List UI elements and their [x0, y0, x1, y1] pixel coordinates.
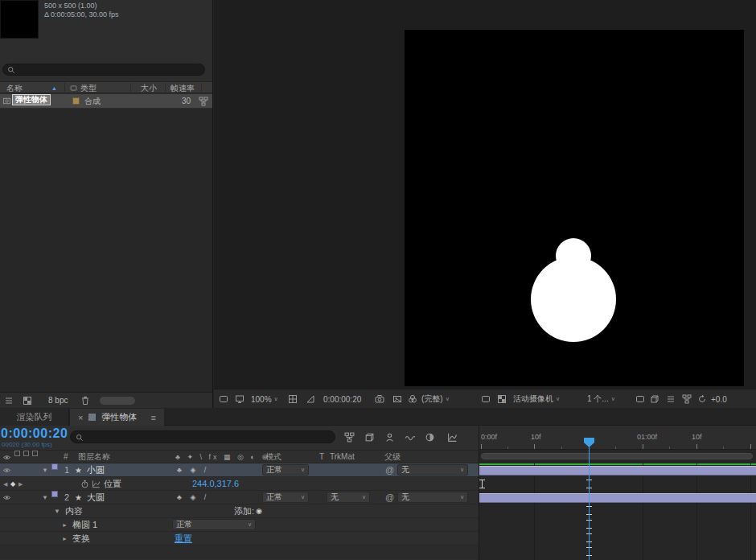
column-trkmat[interactable]: TrkMat [330, 451, 355, 463]
panel-menu-icon[interactable]: ≡ [150, 413, 155, 422]
next-keyframe-icon[interactable]: ▶ [18, 477, 23, 491]
reset-link[interactable]: 重置 [175, 532, 192, 546]
twirl-open-icon[interactable]: ▼ [42, 463, 48, 477]
column-layer-name[interactable]: 图层名称 [78, 451, 110, 463]
exposure-value[interactable]: +0.0 [711, 389, 727, 409]
thumbnail-view-icon[interactable] [23, 396, 32, 406]
graph-editor-icon[interactable] [447, 432, 458, 443]
layer-name[interactable]: 大圆 [87, 491, 105, 504]
monitor-icon[interactable] [235, 394, 244, 404]
layer-name[interactable]: 小圆 [87, 463, 105, 477]
grid-guides-icon[interactable] [288, 394, 298, 404]
pickwhip-icon[interactable]: @ [385, 463, 394, 477]
keyframe-toggle-icon[interactable]: ◆ [10, 477, 15, 491]
time-ruler[interactable]: 0:00f 10f 01:00f 10f [479, 426, 756, 450]
twirl-closed-icon[interactable]: ► [62, 518, 68, 532]
layer-bar-1[interactable] [479, 466, 756, 476]
eye-icon[interactable] [2, 466, 11, 475]
solo-icon[interactable] [23, 451, 29, 456]
layer-bar-2[interactable] [479, 493, 756, 503]
column-parent[interactable]: 父级 [384, 451, 401, 463]
audio-icon[interactable] [14, 451, 20, 456]
layer-color-swatch[interactable] [51, 463, 58, 470]
group-row-contents[interactable]: ▼ 内容 添加: ◉ [0, 504, 479, 518]
camera-view-dropdown[interactable]: 活动摄像机∨ [513, 389, 560, 409]
view-layout-dropdown[interactable]: 1 个...∨ [587, 389, 615, 409]
transparency-grid-icon[interactable] [497, 394, 507, 404]
project-search-input[interactable] [2, 64, 205, 76]
column-t[interactable]: T [319, 451, 324, 463]
layer-row-1[interactable]: ▼ 1 ★ 小圆 ♣ ◈ / 正常∨ @ 无∨ [0, 463, 479, 477]
list-view-icon[interactable] [4, 396, 14, 406]
layer-switches[interactable]: ♣ ◈ / [177, 491, 209, 504]
draft-3d-icon[interactable] [364, 432, 375, 443]
flowchart-icon[interactable] [682, 394, 692, 404]
channel-icon[interactable] [408, 394, 417, 404]
project-item-row[interactable]: 弹性物体 合成 30 [0, 94, 212, 108]
prev-keyframe-icon[interactable]: ◀ [3, 477, 7, 491]
work-area-bar[interactable] [481, 453, 753, 459]
group-row-transform[interactable]: ► 变换 重置 [0, 532, 479, 546]
frame-blend-icon[interactable] [405, 432, 415, 443]
layer-row-2[interactable]: ▼ 2 ★ 大圆 ♣ ◈ / 正常∨ 无∨ @ 无∨ [0, 491, 479, 504]
viewer-lock-icon[interactable] [219, 394, 228, 404]
comp-mini-flowchart-icon[interactable] [344, 432, 355, 443]
fast-previews-icon[interactable] [650, 394, 659, 404]
blend-mode-dropdown[interactable]: 正常∨ [262, 464, 309, 476]
project-list-empty-area[interactable] [0, 109, 212, 392]
twirl-open-icon[interactable]: ▼ [42, 491, 48, 504]
eye-icon[interactable] [2, 493, 11, 502]
parent-dropdown[interactable]: 无∨ [397, 492, 468, 503]
add-button-icon[interactable]: ◉ [256, 504, 262, 518]
composition-canvas[interactable] [405, 30, 744, 386]
column-rate[interactable]: 帧速率 [171, 82, 195, 94]
graph-icon[interactable] [92, 480, 101, 488]
label-color-swatch[interactable] [72, 97, 80, 105]
blend-mode-dropdown[interactable]: 正常∨ [262, 492, 309, 503]
shy-layers-icon[interactable] [384, 432, 395, 443]
group-label[interactable]: 变换 [72, 532, 90, 546]
twirl-open-icon[interactable]: ▼ [54, 504, 60, 518]
item-name-input[interactable]: 弹性物体 [12, 94, 51, 105]
twirl-closed-icon[interactable]: ► [62, 532, 68, 546]
group-row-ellipse[interactable]: ► 椭圆 1 正常∨ [0, 518, 479, 532]
trkmat-dropdown[interactable]: 无∨ [327, 492, 370, 503]
trash-icon[interactable] [80, 396, 90, 406]
eye-icon[interactable] [2, 453, 11, 462]
column-size[interactable]: 大小 [141, 82, 157, 94]
column-mode[interactable]: 模式 [265, 451, 281, 463]
column-number[interactable]: # [64, 451, 68, 463]
close-icon[interactable]: × [78, 413, 83, 422]
stopwatch-icon[interactable] [80, 480, 89, 488]
pixel-aspect-icon[interactable] [635, 394, 645, 404]
mask-visibility-icon[interactable] [306, 394, 315, 404]
tab-composition[interactable]: × 弹性物体 ≡ [70, 409, 164, 426]
reset-exposure-icon[interactable] [697, 394, 707, 404]
layer-switches[interactable]: ♣ ◈ / [177, 463, 209, 477]
resolution-dropdown[interactable]: (完整)∨ [421, 389, 450, 409]
magnification-dropdown[interactable]: 100%∨ [251, 389, 278, 409]
current-time-indicator-line[interactable] [589, 447, 590, 560]
ellipse-mode-dropdown[interactable]: 正常∨ [172, 519, 256, 530]
bit-depth-label[interactable]: 8 bpc [48, 393, 68, 409]
timeline-current-time[interactable]: 0:00:00:20 [1, 426, 68, 441]
motion-blur-icon[interactable] [425, 432, 435, 443]
timeline-search-input[interactable] [70, 430, 335, 443]
parent-dropdown[interactable]: 无∨ [397, 464, 468, 476]
column-type[interactable]: 类型 [80, 82, 97, 94]
position-value[interactable]: 244.0,317.6 [192, 477, 239, 491]
timeline-button-icon[interactable] [666, 394, 676, 404]
property-label[interactable]: 位置 [104, 477, 121, 491]
current-time-display[interactable]: 0:00:00:20 [323, 389, 361, 409]
lock-icon[interactable] [32, 451, 38, 456]
show-snapshot-icon[interactable] [392, 394, 402, 404]
tab-render-queue[interactable]: 渲染队列 [0, 409, 69, 426]
region-of-interest-icon[interactable] [481, 394, 491, 404]
property-row-position[interactable]: ◀ ◆ ▶ 位置 244.0,317.6 [0, 477, 479, 491]
column-name[interactable]: 名称 [6, 82, 23, 94]
group-label[interactable]: 椭圆 1 [72, 518, 97, 532]
shape-big-circle[interactable] [531, 257, 616, 342]
group-label[interactable]: 内容 [65, 504, 83, 518]
panel-scrollbar-thumb[interactable] [100, 397, 135, 405]
keyframe[interactable] [479, 480, 485, 488]
